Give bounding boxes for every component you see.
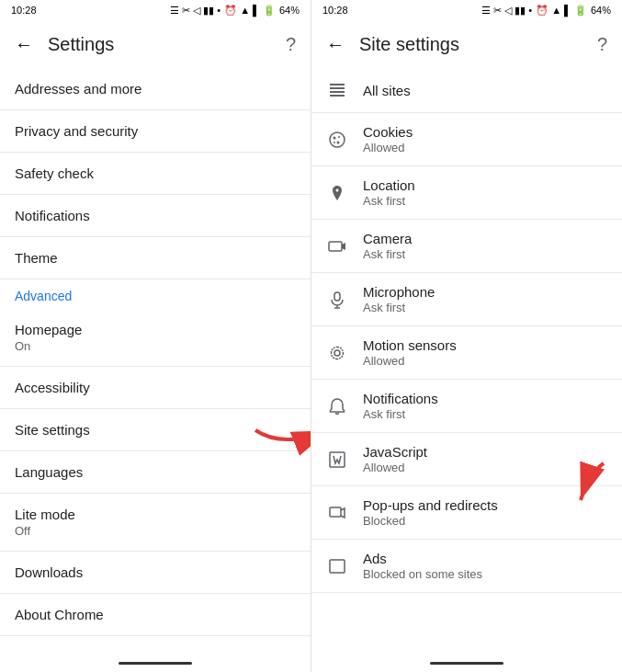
- camera-icon: [326, 235, 348, 257]
- motion-icon: [326, 342, 348, 364]
- left-header: ← Settings ?: [0, 20, 311, 68]
- site-item-cookies[interactable]: Cookies Allowed: [311, 113, 622, 166]
- left-icons: ☰ ✂ ◁ ▮▮ •: [170, 5, 221, 17]
- site-item-notifications[interactable]: Notifications Ask first: [311, 380, 622, 433]
- svg-point-5: [330, 132, 345, 147]
- red-arrow-left-panel: [246, 403, 311, 458]
- right-panel: 10:28 ☰ ✂ ◁ ▮▮ • ⏰ ▲ ▌ 🔋 64% ← Site sett…: [311, 0, 622, 672]
- sidebar-item-homepage[interactable]: Homepage On: [0, 309, 311, 367]
- sidebar-item-downloads[interactable]: Downloads: [0, 552, 311, 594]
- sidebar-item-privacy[interactable]: Privacy and security: [0, 110, 311, 153]
- right-time: 10:28: [322, 5, 348, 16]
- svg-rect-12: [334, 292, 340, 301]
- site-item-motion[interactable]: Motion sensors Allowed: [311, 326, 622, 380]
- right-help-icon[interactable]: ?: [597, 34, 607, 55]
- left-status-bar: 10:28 ☰ ✂ ◁ ▮▮ • ⏰ ▲ ▌ 🔋 64%: [0, 0, 311, 20]
- left-back-button[interactable]: ←: [15, 34, 33, 55]
- svg-rect-10: [329, 242, 342, 251]
- sidebar-item-site-settings[interactable]: Site settings: [0, 409, 311, 451]
- right-battery: 64%: [591, 5, 611, 16]
- microphone-icon: [326, 289, 348, 311]
- left-battery: 64%: [279, 5, 300, 16]
- svg-point-8: [337, 141, 340, 143]
- bell-icon: [326, 395, 348, 417]
- svg-point-9: [334, 142, 335, 143]
- right-status-bar: 10:28 ☰ ✂ ◁ ▮▮ • ⏰ ▲ ▌ 🔋 64%: [311, 0, 622, 20]
- svg-point-6: [334, 136, 336, 139]
- right-battery-icons: ⏰ ▲ ▌ 🔋: [536, 5, 587, 17]
- left-battery-icons: ⏰ ▲ ▌ 🔋: [224, 5, 276, 17]
- right-panel-title: Site settings: [359, 34, 597, 55]
- ads-icon: [326, 555, 348, 577]
- sidebar-item-addresses[interactable]: Addresses and more: [0, 68, 311, 110]
- sidebar-item-theme[interactable]: Theme: [0, 237, 311, 279]
- nav-line-left: [119, 662, 192, 665]
- cookie-icon: [326, 129, 348, 151]
- location-icon: [326, 182, 348, 204]
- left-settings-list: Addresses and more Privacy and security …: [0, 68, 311, 654]
- left-panel-title: Settings: [48, 34, 286, 55]
- site-settings-list: All sites Cookies Allowed: [311, 68, 622, 654]
- sidebar-item-safety[interactable]: Safety check: [0, 153, 311, 195]
- sidebar-item-advanced: Advanced: [0, 279, 311, 309]
- sidebar-item-lite-mode[interactable]: Lite mode Off: [0, 494, 311, 552]
- site-item-popups[interactable]: Pop-ups and redirects Blocked: [311, 486, 622, 540]
- nav-line-right: [430, 662, 503, 665]
- site-item-camera[interactable]: Camera Ask first: [311, 220, 622, 273]
- right-icons: ☰ ✂ ◁ ▮▮ •: [481, 5, 532, 17]
- site-item-location[interactable]: Location Ask first: [311, 166, 622, 220]
- left-help-icon[interactable]: ?: [286, 34, 296, 55]
- svg-point-7: [338, 136, 340, 138]
- sidebar-item-about[interactable]: About Chrome: [0, 594, 311, 636]
- left-time: 10:28: [11, 5, 37, 16]
- site-item-all-sites[interactable]: All sites: [311, 68, 622, 113]
- svg-rect-17: [330, 507, 341, 517]
- sidebar-item-notifications[interactable]: Notifications: [0, 195, 311, 237]
- list-icon: [326, 79, 348, 101]
- svg-point-15: [334, 350, 340, 356]
- popup-icon: [326, 502, 348, 524]
- right-nav-indicator: [311, 654, 622, 672]
- right-back-button[interactable]: ←: [326, 34, 345, 55]
- left-nav-indicator: [0, 654, 311, 672]
- right-header: ← Site settings ?: [311, 20, 622, 68]
- left-panel: 10:28 ☰ ✂ ◁ ▮▮ • ⏰ ▲ ▌ 🔋 64% ← Settings …: [0, 0, 311, 672]
- javascript-icon: [326, 449, 348, 471]
- site-item-microphone[interactable]: Microphone Ask first: [311, 273, 622, 326]
- sidebar-item-languages[interactable]: Languages: [0, 451, 311, 494]
- all-sites-text: All sites: [363, 83, 411, 98]
- red-arrow-right-panel: [539, 454, 613, 528]
- svg-rect-19: [330, 560, 345, 573]
- site-item-ads[interactable]: Ads Blocked on some sites: [311, 540, 622, 593]
